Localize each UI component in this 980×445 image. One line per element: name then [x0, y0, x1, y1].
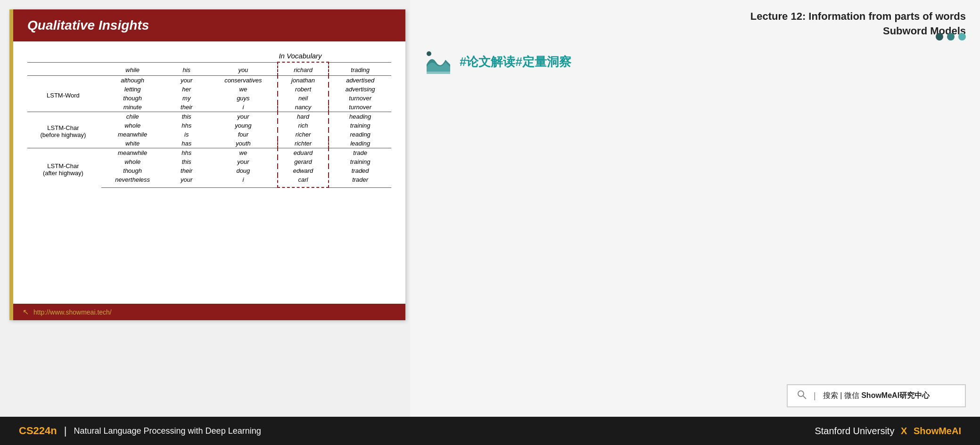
slide-content: Qualitative Insights	[9, 9, 405, 320]
search-bar[interactable]: | 搜索 | 微信 ShowMeAI研究中心	[787, 384, 966, 407]
col-his: his	[164, 62, 210, 76]
footer-brand: ShowMeAI	[914, 426, 961, 436]
search-divider: |	[814, 391, 816, 401]
footer-description: Natural Language Processing with Deep Le…	[74, 426, 261, 436]
dot-mid	[947, 33, 955, 40]
table-row: LSTM-Char(after highway) meanwhile hhs w…	[27, 148, 391, 158]
content-area: Qualitative Insights	[0, 0, 980, 417]
footer-university: Stanford University	[815, 426, 894, 436]
slide-panel: Qualitative Insights	[0, 0, 410, 417]
vocab-table: In Vocabulary while his you richard trad…	[27, 51, 391, 188]
footer-course-code: CS224n	[19, 425, 57, 437]
footer-right: Stanford University X ShowMeAI	[815, 426, 961, 437]
dots-container	[936, 33, 966, 40]
search-text: 搜索 | 微信 ShowMeAI研究中心	[823, 391, 930, 401]
slide-title: Qualitative Insights	[27, 18, 391, 33]
table-row: LSTM-Word although your conservatives jo…	[27, 76, 391, 85]
footer-divider: |	[64, 425, 67, 437]
dot-dark	[936, 33, 943, 40]
table-row: LSTM-Char(before highway) chile this you…	[27, 112, 391, 121]
url-icon: ↖	[23, 307, 29, 316]
lecture-title-line1: Lecture 12: Information from parts of wo…	[424, 9, 966, 24]
slide-title-bar: Qualitative Insights	[13, 9, 405, 41]
right-panel: Lecture 12: Information from parts of wo…	[410, 0, 980, 417]
dot-light	[958, 33, 966, 40]
col-you: you	[209, 62, 278, 76]
footer-x: X	[901, 426, 907, 436]
in-vocab-header-row: In Vocabulary	[27, 51, 391, 62]
col-richard: richard	[278, 62, 329, 76]
url-bar: ↖ http://www.showmeai.tech/	[13, 304, 405, 320]
main-container: Qualitative Insights	[0, 0, 980, 445]
svg-point-1	[798, 391, 804, 396]
url-text: http://www.showmeai.tech/	[33, 308, 112, 316]
lstm-char-after-label: LSTM-Char(after highway)	[27, 148, 101, 188]
svg-point-0	[427, 51, 431, 56]
table-container: In Vocabulary while his you richard trad…	[13, 41, 405, 197]
svg-line-2	[803, 396, 806, 399]
lstm-word-label: LSTM-Word	[27, 76, 101, 112]
in-vocab-label: In Vocabulary	[209, 51, 391, 62]
tag-text: #论文解读#定量洞察	[460, 54, 571, 70]
col-while: while	[101, 62, 164, 76]
lstm-char-before-label: LSTM-Char(before highway)	[27, 112, 101, 148]
lecture-title-line2: Subword Models	[424, 24, 966, 39]
col-trading: trading	[329, 62, 391, 76]
tag-section: #论文解读#定量洞察	[424, 48, 966, 76]
col-header-row: while his you richard trading	[27, 62, 391, 76]
lecture-title: Lecture 12: Information from parts of wo…	[424, 9, 966, 39]
footer-left: CS224n | Natural Language Processing wit…	[19, 425, 261, 437]
search-icon	[797, 390, 807, 402]
tag-icon	[424, 48, 453, 76]
footer-bar: CS224n | Natural Language Processing wit…	[0, 417, 980, 445]
